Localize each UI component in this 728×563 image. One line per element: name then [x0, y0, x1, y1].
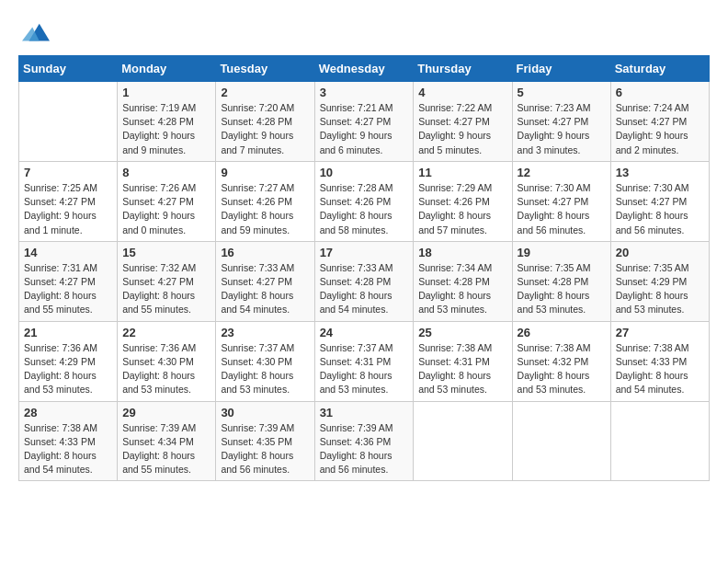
day-number: 19 — [518, 246, 606, 259]
day-detail: Sunrise: 7:39 AMSunset: 4:34 PMDaylight:… — [122, 421, 210, 477]
calendar-cell: 7 Sunrise: 7:25 AMSunset: 4:27 PMDayligh… — [19, 161, 118, 241]
day-number: 1 — [122, 86, 210, 99]
calendar-cell: 29 Sunrise: 7:39 AMSunset: 4:34 PMDaylig… — [118, 401, 216, 481]
day-detail: Sunrise: 7:34 AMSunset: 4:28 PMDaylight:… — [418, 261, 506, 317]
week-row-3: 14 Sunrise: 7:31 AMSunset: 4:27 PMDaylig… — [19, 241, 710, 321]
day-number: 31 — [320, 406, 409, 419]
day-number: 17 — [320, 246, 409, 259]
day-detail: Sunrise: 7:36 AMSunset: 4:30 PMDaylight:… — [122, 341, 210, 397]
calendar-cell: 8 Sunrise: 7:26 AMSunset: 4:27 PMDayligh… — [118, 161, 216, 241]
day-number: 8 — [122, 166, 210, 179]
day-number: 5 — [518, 86, 606, 99]
calendar-cell — [610, 401, 709, 481]
calendar-cell: 4 Sunrise: 7:22 AMSunset: 4:27 PMDayligh… — [414, 82, 512, 162]
day-number: 4 — [418, 86, 506, 99]
calendar-cell: 1 Sunrise: 7:19 AMSunset: 4:28 PMDayligh… — [118, 82, 216, 162]
day-detail: Sunrise: 7:35 AMSunset: 4:28 PMDaylight:… — [518, 261, 606, 317]
day-detail: Sunrise: 7:28 AMSunset: 4:26 PMDaylight:… — [320, 181, 409, 237]
calendar-cell: 17 Sunrise: 7:33 AMSunset: 4:28 PMDaylig… — [314, 241, 414, 321]
header-cell-thursday: Thursday — [414, 56, 512, 82]
calendar-cell: 28 Sunrise: 7:38 AMSunset: 4:33 PMDaylig… — [19, 401, 118, 481]
calendar-cell: 23 Sunrise: 7:37 AMSunset: 4:30 PMDaylig… — [216, 321, 314, 401]
calendar-cell: 22 Sunrise: 7:36 AMSunset: 4:30 PMDaylig… — [118, 321, 216, 401]
day-detail: Sunrise: 7:39 AMSunset: 4:35 PMDaylight:… — [221, 421, 309, 477]
page-header — [18, 18, 710, 46]
calendar-cell: 2 Sunrise: 7:20 AMSunset: 4:28 PMDayligh… — [216, 82, 314, 162]
day-detail: Sunrise: 7:36 AMSunset: 4:29 PMDaylight:… — [24, 341, 112, 397]
day-number: 23 — [221, 326, 309, 339]
day-detail: Sunrise: 7:38 AMSunset: 4:33 PMDaylight:… — [24, 421, 112, 477]
day-detail: Sunrise: 7:25 AMSunset: 4:27 PMDaylight:… — [24, 181, 112, 237]
calendar-cell: 13 Sunrise: 7:30 AMSunset: 4:27 PMDaylig… — [610, 161, 709, 241]
header-row: SundayMondayTuesdayWednesdayThursdayFrid… — [19, 56, 710, 82]
calendar-cell: 10 Sunrise: 7:28 AMSunset: 4:26 PMDaylig… — [314, 161, 414, 241]
day-detail: Sunrise: 7:37 AMSunset: 4:31 PMDaylight:… — [320, 341, 409, 397]
calendar-cell: 15 Sunrise: 7:32 AMSunset: 4:27 PMDaylig… — [118, 241, 216, 321]
day-detail: Sunrise: 7:19 AMSunset: 4:28 PMDaylight:… — [122, 101, 210, 157]
day-number: 16 — [221, 246, 309, 259]
week-row-1: 1 Sunrise: 7:19 AMSunset: 4:28 PMDayligh… — [19, 82, 710, 162]
day-detail: Sunrise: 7:20 AMSunset: 4:28 PMDaylight:… — [221, 101, 309, 157]
day-detail: Sunrise: 7:33 AMSunset: 4:27 PMDaylight:… — [221, 261, 309, 317]
day-number: 25 — [418, 326, 506, 339]
calendar-cell: 24 Sunrise: 7:37 AMSunset: 4:31 PMDaylig… — [314, 321, 414, 401]
day-number: 27 — [616, 326, 704, 339]
calendar-cell — [414, 401, 512, 481]
header-cell-wednesday: Wednesday — [314, 56, 414, 82]
day-detail: Sunrise: 7:22 AMSunset: 4:27 PMDaylight:… — [418, 101, 506, 157]
calendar-cell: 27 Sunrise: 7:38 AMSunset: 4:33 PMDaylig… — [610, 321, 709, 401]
day-number: 9 — [221, 166, 309, 179]
calendar-header: SundayMondayTuesdayWednesdayThursdayFrid… — [19, 56, 710, 82]
day-detail: Sunrise: 7:21 AMSunset: 4:27 PMDaylight:… — [320, 101, 409, 157]
day-detail: Sunrise: 7:31 AMSunset: 4:27 PMDaylight:… — [24, 261, 112, 317]
calendar-cell: 16 Sunrise: 7:33 AMSunset: 4:27 PMDaylig… — [216, 241, 314, 321]
calendar-cell: 21 Sunrise: 7:36 AMSunset: 4:29 PMDaylig… — [19, 321, 118, 401]
calendar-cell: 19 Sunrise: 7:35 AMSunset: 4:28 PMDaylig… — [512, 241, 610, 321]
calendar-cell: 14 Sunrise: 7:31 AMSunset: 4:27 PMDaylig… — [19, 241, 118, 321]
calendar-body: 1 Sunrise: 7:19 AMSunset: 4:28 PMDayligh… — [19, 82, 710, 481]
day-number: 24 — [320, 326, 409, 339]
day-number: 2 — [221, 86, 309, 99]
day-number: 11 — [418, 166, 506, 179]
calendar-cell: 31 Sunrise: 7:39 AMSunset: 4:36 PMDaylig… — [314, 401, 414, 481]
day-number: 26 — [518, 326, 606, 339]
day-detail: Sunrise: 7:38 AMSunset: 4:31 PMDaylight:… — [418, 341, 506, 397]
day-detail: Sunrise: 7:32 AMSunset: 4:27 PMDaylight:… — [122, 261, 210, 317]
day-number: 28 — [24, 406, 112, 419]
day-detail: Sunrise: 7:30 AMSunset: 4:27 PMDaylight:… — [616, 181, 704, 237]
day-detail: Sunrise: 7:26 AMSunset: 4:27 PMDaylight:… — [122, 181, 210, 237]
day-number: 21 — [24, 326, 112, 339]
day-number: 15 — [122, 246, 210, 259]
day-number: 13 — [616, 166, 704, 179]
calendar-cell: 18 Sunrise: 7:34 AMSunset: 4:28 PMDaylig… — [414, 241, 512, 321]
calendar-cell: 11 Sunrise: 7:29 AMSunset: 4:26 PMDaylig… — [414, 161, 512, 241]
day-detail: Sunrise: 7:33 AMSunset: 4:28 PMDaylight:… — [320, 261, 409, 317]
header-cell-monday: Monday — [118, 56, 216, 82]
day-number: 20 — [616, 246, 704, 259]
day-detail: Sunrise: 7:38 AMSunset: 4:32 PMDaylight:… — [518, 341, 606, 397]
calendar-cell: 6 Sunrise: 7:24 AMSunset: 4:27 PMDayligh… — [610, 82, 709, 162]
day-number: 3 — [320, 86, 409, 99]
calendar-cell: 3 Sunrise: 7:21 AMSunset: 4:27 PMDayligh… — [314, 82, 414, 162]
day-number: 10 — [320, 166, 409, 179]
day-number: 18 — [418, 246, 506, 259]
day-number: 30 — [221, 406, 309, 419]
header-cell-friday: Friday — [512, 56, 610, 82]
day-number: 6 — [616, 86, 704, 99]
day-number: 14 — [24, 246, 112, 259]
calendar-cell: 9 Sunrise: 7:27 AMSunset: 4:26 PMDayligh… — [216, 161, 314, 241]
calendar-cell: 30 Sunrise: 7:39 AMSunset: 4:35 PMDaylig… — [216, 401, 314, 481]
day-detail: Sunrise: 7:39 AMSunset: 4:36 PMDaylight:… — [320, 421, 409, 477]
week-row-4: 21 Sunrise: 7:36 AMSunset: 4:29 PMDaylig… — [19, 321, 710, 401]
week-row-5: 28 Sunrise: 7:38 AMSunset: 4:33 PMDaylig… — [19, 401, 710, 481]
calendar-cell: 25 Sunrise: 7:38 AMSunset: 4:31 PMDaylig… — [414, 321, 512, 401]
header-cell-saturday: Saturday — [610, 56, 709, 82]
day-number: 22 — [122, 326, 210, 339]
day-detail: Sunrise: 7:29 AMSunset: 4:26 PMDaylight:… — [418, 181, 506, 237]
day-detail: Sunrise: 7:35 AMSunset: 4:29 PMDaylight:… — [616, 261, 704, 317]
header-cell-sunday: Sunday — [19, 56, 118, 82]
header-cell-tuesday: Tuesday — [216, 56, 314, 82]
logo — [18, 18, 50, 46]
week-row-2: 7 Sunrise: 7:25 AMSunset: 4:27 PMDayligh… — [19, 161, 710, 241]
calendar-cell — [19, 82, 118, 162]
